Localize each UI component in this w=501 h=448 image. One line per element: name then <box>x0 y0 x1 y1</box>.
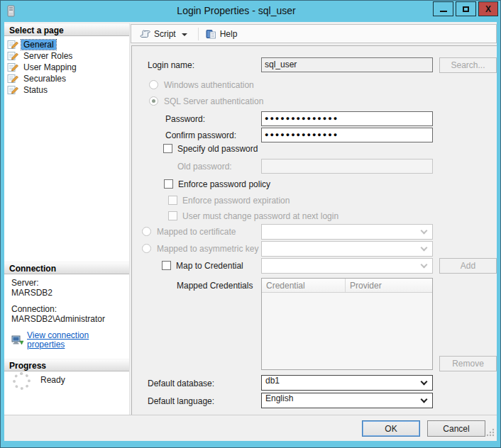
script-dropdown-arrow-icon <box>182 33 187 36</box>
page-icon <box>7 85 19 95</box>
old-password-label: Old password: <box>177 162 232 172</box>
window-title: Login Properties - sql_user <box>43 5 429 16</box>
dialog-footer: OK Cancel <box>4 415 497 441</box>
mapped-to-asymmetric-key-radio[interactable] <box>142 244 151 253</box>
sidebar-item-label: Securables <box>21 74 68 84</box>
login-name-input[interactable]: sql_user <box>261 57 433 72</box>
resize-grip[interactable] <box>486 428 495 439</box>
view-connection-properties-link[interactable]: View connection properties <box>27 331 126 349</box>
password-label: Password: <box>165 114 205 124</box>
connection-value: MARSDB2\Administrator <box>11 315 126 324</box>
connection-properties-icon <box>11 335 24 346</box>
chevron-down-icon <box>421 245 428 252</box>
titlebar: Login Properties - sql_user X <box>1 1 500 22</box>
default-language-value: English <box>262 391 297 405</box>
mapped-to-certificate-radio[interactable] <box>142 227 151 236</box>
cancel-button[interactable]: Cancel <box>427 420 485 437</box>
minimize-button[interactable] <box>433 1 453 16</box>
old-password-input[interactable] <box>261 159 433 174</box>
default-language-combo[interactable]: English <box>261 393 433 408</box>
left-panel: Select a page General Server Roles <box>4 23 130 415</box>
sidebar-item-general[interactable]: General <box>7 39 128 50</box>
server-app-icon <box>7 5 16 17</box>
enforce-password-expiration-checkbox[interactable] <box>168 196 177 205</box>
select-a-page-header: Select a page <box>4 23 129 36</box>
enforce-password-expiration-label: Enforce password expiration <box>182 196 290 206</box>
sidebar-item-server-roles[interactable]: Server Roles <box>7 50 128 62</box>
map-to-credential-label: Map to Credential <box>176 261 243 271</box>
page-tree: General Server Roles User Mapping <box>7 39 128 96</box>
page-icon <box>7 51 19 61</box>
must-change-password-checkbox[interactable] <box>168 211 177 220</box>
sidebar-item-user-mapping[interactable]: User Mapping <box>7 62 128 73</box>
help-button[interactable]: Help <box>202 28 241 40</box>
credential-column-header[interactable]: Credential <box>262 279 346 292</box>
sidebar-item-label: Server Roles <box>21 51 75 61</box>
asymmetric-key-combo[interactable] <box>261 241 433 257</box>
add-button[interactable]: Add <box>439 258 497 274</box>
chevron-down-icon <box>421 262 428 269</box>
confirm-password-label: Confirm password: <box>165 130 236 140</box>
window-controls: X <box>431 1 498 16</box>
windows-authentication-radio[interactable] <box>149 80 158 89</box>
remove-button[interactable]: Remove <box>439 356 497 371</box>
toolbar: Script Help <box>131 24 497 43</box>
table-header-row: Credential Provider <box>262 279 432 293</box>
default-database-combo[interactable]: db1 <box>261 375 433 391</box>
confirm-password-input[interactable]: ●●●●●●●●●●●●●● <box>261 128 433 142</box>
dialog-body: Select a page General Server Roles <box>4 22 497 441</box>
script-button[interactable]: Script <box>136 28 195 40</box>
maximize-button[interactable] <box>456 1 476 16</box>
sidebar-item-label: Status <box>21 85 50 95</box>
mapped-to-asymmetric-key-label: Mapped to asymmetric key <box>157 244 258 254</box>
general-page-content: Login name: sql_user Search... Windows a… <box>131 45 497 415</box>
connection-header: Connection <box>4 262 129 274</box>
must-change-password-label: User must change password at next login <box>182 211 338 221</box>
maximize-icon <box>463 6 469 12</box>
progress-status: Ready <box>40 375 65 385</box>
mapped-to-certificate-label: Mapped to certificate <box>157 227 236 237</box>
login-name-label: Login name: <box>148 60 194 70</box>
ok-button[interactable]: OK <box>362 420 420 437</box>
help-icon <box>205 29 217 39</box>
connection-label: Connection: <box>11 305 126 314</box>
connection-block: Server: MARSDB2 Connection: MARSDB2\Admi… <box>11 279 126 349</box>
minimize-icon <box>440 11 447 12</box>
page-icon <box>7 62 19 72</box>
search-button[interactable]: Search... <box>439 57 497 73</box>
script-icon <box>139 29 151 39</box>
chevron-down-icon <box>421 396 428 403</box>
windows-authentication-label: Windows authentication <box>164 80 254 90</box>
chevron-down-icon <box>421 379 428 386</box>
close-button[interactable]: X <box>478 1 498 16</box>
server-label: Server: <box>11 279 126 288</box>
sidebar-item-securables[interactable]: Securables <box>7 73 128 84</box>
sidebar-item-label: User Mapping <box>21 62 79 72</box>
right-panel: Script Help Login name: sql_user Search.… <box>131 23 497 415</box>
mapped-credentials-table[interactable]: Credential Provider <box>261 278 433 370</box>
specify-old-password-label: Specify old password <box>177 144 258 154</box>
enforce-password-policy-checkbox[interactable] <box>164 179 173 189</box>
sidebar-item-label: General <box>21 40 56 50</box>
page-icon <box>7 74 19 84</box>
password-input[interactable]: ●●●●●●●●●●●●●● <box>261 111 433 126</box>
default-database-value: db1 <box>262 374 283 388</box>
specify-old-password-checkbox[interactable] <box>163 144 172 153</box>
toolbar-separator <box>198 28 199 40</box>
sidebar-item-status[interactable]: Status <box>7 84 128 96</box>
server-value: MARSDB2 <box>11 289 126 298</box>
default-language-label: Default language: <box>148 396 214 406</box>
provider-column-header[interactable]: Provider <box>346 279 432 292</box>
sql-server-authentication-radio[interactable] <box>149 96 158 106</box>
enforce-password-policy-label: Enforce password policy <box>178 179 270 189</box>
default-database-label: Default database: <box>148 379 214 388</box>
script-label: Script <box>154 29 176 39</box>
sql-server-authentication-label: SQL Server authentication <box>164 96 263 106</box>
map-to-credential-checkbox[interactable] <box>162 261 171 270</box>
help-label: Help <box>220 29 238 39</box>
certificate-combo[interactable] <box>261 224 433 240</box>
progress-spinner-icon <box>13 372 31 390</box>
progress-header: Progress <box>4 359 129 371</box>
chevron-down-icon <box>421 228 428 235</box>
credential-combo[interactable] <box>261 258 433 274</box>
